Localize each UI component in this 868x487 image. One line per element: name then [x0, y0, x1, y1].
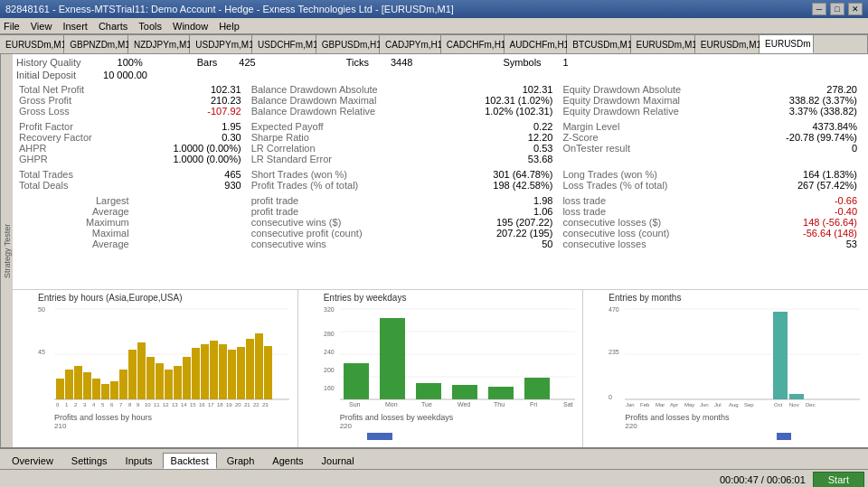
- table-row: Maximal consecutive profit (count) 207.2…: [16, 228, 864, 239]
- tab-11[interactable]: EURUSDm,M1: [695, 34, 760, 53]
- tab-10[interactable]: EURUSDm,M1: [631, 34, 695, 53]
- symbols-label: Symbols: [503, 57, 541, 68]
- svg-text:Jul: Jul: [714, 402, 722, 407]
- svg-rect-68: [488, 387, 514, 399]
- window-controls[interactable]: ─ □ ✕: [812, 3, 863, 15]
- chart1-title: Entries by hours (Asia,Europe,USA): [38, 293, 296, 303]
- svg-text:17: 17: [208, 402, 214, 407]
- status-bar: 00:00:47 / 00:06:01 Start: [0, 469, 868, 487]
- tab-4[interactable]: USDCHFm,M1: [252, 34, 316, 53]
- stats-area: History Quality 100% Bars 425 Ticks 3448…: [13, 54, 868, 289]
- svg-text:Sun: Sun: [349, 401, 361, 407]
- svg-rect-5: [56, 379, 64, 399]
- bottom-tabs-bar: Overview Settings Inputs Backtest Graph …: [0, 449, 868, 469]
- svg-text:19: 19: [226, 402, 232, 407]
- svg-rect-64: [344, 363, 369, 399]
- svg-text:Sep: Sep: [744, 402, 754, 407]
- svg-text:Sat: Sat: [563, 401, 573, 407]
- svg-rect-65: [380, 318, 405, 399]
- minimize-button[interactable]: ─: [812, 3, 826, 15]
- svg-rect-10: [101, 384, 109, 399]
- table-row: Total Trades 465 Short Trades (won %) 30…: [16, 169, 864, 180]
- svg-text:Wed: Wed: [458, 401, 470, 407]
- menu-bar: File View Insert Charts Tools Window Hel…: [0, 18, 868, 34]
- tab-0[interactable]: EURUSDm,M1: [0, 34, 64, 53]
- svg-text:9: 9: [137, 402, 140, 407]
- bottom-section: Overview Settings Inputs Backtest Graph …: [0, 447, 868, 487]
- btab-agents[interactable]: Agents: [264, 453, 311, 469]
- btab-overview[interactable]: Overview: [4, 453, 61, 469]
- svg-text:18: 18: [217, 402, 223, 407]
- svg-text:240: 240: [324, 349, 335, 355]
- tab-6[interactable]: CADJPYm,H1: [380, 34, 441, 53]
- tab-12[interactable]: EURUSDm: [760, 34, 814, 53]
- svg-text:50: 50: [38, 306, 45, 313]
- ticks-value: 3448: [391, 57, 412, 68]
- btab-inputs[interactable]: Inputs: [118, 453, 161, 469]
- menu-charts[interactable]: Charts: [99, 21, 127, 32]
- svg-text:0: 0: [56, 402, 60, 407]
- table-row: Recovery Factor 0.30 Sharpe Ratio 12.20 …: [16, 132, 864, 143]
- tab-3[interactable]: USDJPYm,M1: [190, 34, 252, 53]
- svg-rect-25: [237, 347, 245, 399]
- tab-8[interactable]: AUDCHFm,H1: [505, 34, 568, 53]
- table-row: Maximum consecutive wins ($) 195 (207.22…: [16, 217, 864, 228]
- tab-1[interactable]: GBPNZDm,M1: [64, 34, 128, 53]
- svg-text:21: 21: [244, 402, 250, 407]
- symbols-value: 1: [563, 57, 569, 68]
- svg-text:Mar: Mar: [656, 402, 665, 407]
- maximize-button[interactable]: □: [830, 3, 844, 15]
- chart1-subtitle: Profits and losses by hours: [54, 413, 296, 422]
- btab-journal[interactable]: Journal: [314, 453, 363, 469]
- svg-text:235: 235: [609, 349, 619, 355]
- tab-bar: EURUSDm,M1 GBPNZDm,M1 NZDJPYm,M1 USDJPYm…: [0, 34, 868, 54]
- svg-rect-18: [174, 366, 182, 399]
- close-button[interactable]: ✕: [848, 3, 863, 15]
- menu-view[interactable]: View: [31, 21, 52, 32]
- svg-text:Dec: Dec: [806, 402, 816, 407]
- menu-window[interactable]: Window: [173, 21, 208, 32]
- table-row: Total Deals 930 Profit Trades (% of tota…: [16, 180, 864, 191]
- table-row: Profit Factor 1.95 Expected Payoff 0.22 …: [16, 121, 864, 132]
- stats-table: Total Net Profit 102.31 Balance Drawdown…: [16, 84, 864, 249]
- hq-label: History Quality: [16, 57, 81, 68]
- svg-text:5: 5: [101, 402, 105, 407]
- btab-settings[interactable]: Settings: [63, 453, 116, 469]
- table-row: Gross Profit 210.23 Balance Drawdown Max…: [16, 95, 864, 106]
- svg-rect-27: [255, 333, 263, 399]
- tab-9[interactable]: BTCUSDm,M1: [567, 34, 630, 53]
- start-button[interactable]: Start: [813, 472, 864, 488]
- svg-text:12: 12: [163, 402, 169, 407]
- bars-value: 425: [239, 57, 255, 68]
- table-row: Total Net Profit 102.31 Balance Drawdown…: [16, 84, 864, 95]
- tab-5[interactable]: GBPUSDm,H1: [316, 34, 380, 53]
- svg-text:Tue: Tue: [421, 401, 432, 407]
- chart1-svg: 50 45: [38, 304, 291, 413]
- btab-backtest[interactable]: Backtest: [163, 453, 217, 469]
- svg-rect-23: [219, 344, 227, 399]
- id-label: Initial Deposit: [16, 70, 76, 80]
- chart3-svg: 470 235 0 Jan Feb Mar Apr May: [609, 304, 862, 413]
- svg-text:45: 45: [38, 349, 45, 355]
- menu-tools[interactable]: Tools: [138, 21, 162, 32]
- timer-display: 00:00:47 / 00:06:01: [720, 474, 806, 485]
- svg-rect-19: [183, 357, 191, 399]
- btab-graph[interactable]: Graph: [219, 453, 263, 469]
- history-quality-row: History Quality 100% Bars 425 Ticks 3448…: [16, 57, 864, 68]
- tab-2[interactable]: NZDJPYm,M1: [128, 34, 190, 53]
- chart3-title: Entries by months: [609, 293, 866, 303]
- svg-rect-84: [773, 312, 788, 399]
- tab-7[interactable]: CADCHFm,H1: [441, 34, 505, 53]
- initial-deposit-row: Initial Deposit 10 000.00: [16, 70, 864, 80]
- table-row: Average profit trade 1.06 loss trade -0.…: [16, 206, 864, 217]
- charts-area: Entries by hours (Asia,Europe,USA) 50 45: [13, 289, 868, 447]
- svg-rect-15: [146, 357, 155, 399]
- chart2-title: Entries by weekdays: [324, 293, 581, 303]
- menu-insert[interactable]: Insert: [62, 21, 88, 32]
- svg-rect-14: [137, 342, 146, 399]
- menu-help[interactable]: Help: [219, 21, 240, 32]
- svg-text:Mon: Mon: [385, 401, 398, 407]
- svg-text:Nov: Nov: [789, 402, 799, 407]
- svg-text:6: 6: [110, 402, 114, 407]
- menu-file[interactable]: File: [4, 21, 20, 32]
